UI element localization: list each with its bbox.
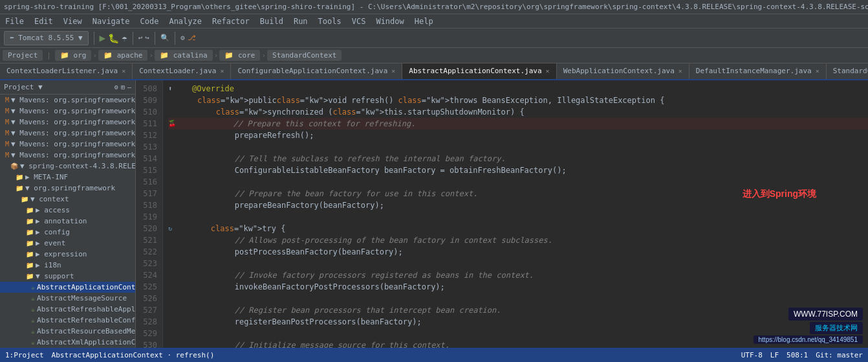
tree-item[interactable]: ☕ AbstractRefreshableConfigApplicationCo… — [0, 315, 135, 326]
toolbar-separator — [94, 32, 94, 45]
editor-tab-AbstractApplicationContext-java[interactable]: AbstractApplicationContext.java ✕ — [402, 63, 556, 79]
menu-item-code[interactable]: Code — [135, 16, 164, 27]
core-tab[interactable]: 📁 core — [219, 50, 260, 61]
file-tabs-row: Project | 📁 org › 📁 apache › 📁 catalina … — [0, 48, 868, 63]
tree-item[interactable]: 📁 ▼ context — [0, 194, 135, 205]
code-line-525: invokeBeanFactoryPostProcessors(beanFact… — [168, 281, 868, 293]
tree-item[interactable]: 📦 ▼ spring-context-4.3.8.RELEASE.jar lib… — [0, 161, 135, 172]
org-tab[interactable]: 📁 org — [55, 50, 92, 61]
standard-context-tab[interactable]: StandardContext — [267, 50, 342, 61]
tree-item[interactable]: 📁 ▶ annotation — [0, 216, 135, 227]
editor-tab-WebApplicationContext-java[interactable]: WebApplicationContext.java ✕ — [557, 63, 689, 79]
menu-item-tools[interactable]: Tools — [313, 16, 347, 27]
code-line-511: 🍒 // Prepare this context for refreshing… — [168, 118, 868, 130]
title-bar: spring-shiro-training [F:\001_20200313_P… — [0, 0, 868, 14]
cherry-icon: 🍒 — [168, 118, 176, 130]
gear-icon[interactable]: ⚙ — [114, 84, 118, 91]
tree-item[interactable]: 📁 ▶ access — [0, 205, 135, 216]
tree-item[interactable]: M ▼ Mavens: org.springframework:spring-a… — [0, 128, 135, 139]
apache-tab[interactable]: 📁 apache — [98, 50, 147, 61]
editor-tab-DefaultInstanceManager-java[interactable]: DefaultInstanceManager.java ✕ — [689, 63, 827, 79]
line-numbers: 5085095105115125135145155165175185195205… — [136, 80, 163, 362]
tree-item[interactable]: ☕ AbstractApplicationContext — [0, 282, 135, 293]
tree-item[interactable]: 📁 ▶ META-INF — [0, 172, 135, 183]
code-line-515: ConfigurableListableBeanFactory beanFact… — [168, 164, 868, 176]
menu-item-edit[interactable]: Edit — [29, 16, 58, 27]
code-line-510: class="kw">synchronized (class="kw">this… — [168, 106, 868, 118]
code-line-523 — [168, 258, 868, 269]
code-line-518: prepareBeanFactory(beanFactory); — [168, 199, 868, 211]
code-line-516 — [168, 176, 868, 188]
tree-item[interactable]: M ▼ Mavens: org.springframework:spring-c… — [0, 150, 135, 161]
menu-item-vcs[interactable]: VCS — [347, 16, 371, 27]
run-button[interactable]: ▶ — [100, 32, 106, 44]
menu-item-help[interactable]: Help — [409, 16, 439, 27]
menu-item-file[interactable]: File — [0, 16, 29, 27]
tree-item[interactable]: ☕ AbstractRefreshableApplicationContext — [0, 304, 135, 315]
tools-button[interactable]: ⚙ — [180, 34, 185, 42]
menu-item-view[interactable]: View — [58, 16, 87, 27]
tomcat-button[interactable]: ⬅ Tomcat 8.5.55 ▼ — [4, 31, 89, 45]
title-text: spring-shiro-training [F:\001_20200313_P… — [4, 3, 868, 11]
tree-item[interactable]: M ▼ Mavens: org.springframework:spring-b… — [0, 139, 135, 150]
editor-tabs: ContextLoaderListener.java ✕ContextLoade… — [0, 63, 868, 80]
tree-item[interactable]: 📁 ▶ event — [0, 238, 135, 249]
toolbar-separator-3 — [155, 32, 155, 45]
watermark-top: WWW.77ISP.COM — [788, 308, 863, 321]
status-encoding: UTF-8 — [741, 351, 763, 359]
coverage-button[interactable]: ☂ — [122, 33, 127, 43]
project-header: Project ▼ ⚙ ⊞ — — [0, 80, 135, 95]
tree-item[interactable]: M ▼ Mavens: org.springframework.data:spr… — [0, 95, 135, 106]
code-line-520: ↻ class="kw">try { — [168, 223, 868, 234]
main-layout: Project ▼ ⚙ ⊞ — M ▼ Mavens: org.springfr… — [0, 80, 868, 362]
code-line-517: // Prepare the bean factory for use in t… — [168, 188, 868, 199]
tree-item[interactable]: 📁 ▶ expression — [0, 249, 135, 260]
toolbar-separator-2 — [133, 32, 133, 45]
code-line-519 — [168, 211, 868, 223]
editor-tab-StandardContext-java[interactable]: StandardContext.java ✕ — [827, 63, 868, 79]
tree-item[interactable]: M ▼ Mavens: org.springframework:spring-a… — [0, 117, 135, 128]
status-git: Git: master — [816, 351, 863, 359]
project-tab[interactable]: Project — [3, 50, 43, 61]
toolbar: ⬅ Tomcat 8.5.55 ▼ ▶ 🐛 ☂ ↩ ↪ 🔍 ⚙ ⎇ — [0, 28, 868, 48]
tree-item[interactable]: 📁 ▼ support — [0, 271, 135, 282]
menu-item-analyze[interactable]: Analyze — [164, 16, 207, 27]
chinese-annotation: 进入到Spring环境 — [743, 188, 816, 199]
tree-item[interactable]: ☕ AbstractXmlApplicationContext — [0, 337, 135, 348]
tree-item[interactable]: ☕ AbstractMessageSource — [0, 293, 135, 304]
collapse-icon[interactable]: — — [127, 84, 131, 91]
editor-tab-ContextLoaderListener-java[interactable]: ContextLoaderListener.java ✕ — [0, 63, 133, 79]
vcs-button[interactable]: ⎇ — [188, 34, 196, 42]
tree-item[interactable]: 📁 ▼ org.springframework — [0, 183, 135, 194]
editor-tab-ContextLoader-java[interactable]: ContextLoader.java ✕ — [133, 63, 231, 79]
menu-item-refactor[interactable]: Refactor — [207, 16, 255, 27]
code-line-512: prepareRefresh(); — [168, 130, 868, 141]
code-line-514: // Tell the subclass to refresh the inte… — [168, 153, 868, 164]
tree-item[interactable]: ☕ AbstractResourceBasedMessageSource — [0, 326, 135, 337]
search-button[interactable]: 🔍 — [160, 34, 169, 42]
watermark-container: WWW.77ISP.COM 服务器技术网 https://blog.csdn.n… — [754, 308, 863, 344]
project-label: Project ▼ — [4, 83, 43, 91]
status-project: 1:Project — [5, 351, 44, 359]
code-line-522: postProcessBeanFactory(beanFactory); — [168, 246, 868, 258]
undo-button[interactable]: ↩ — [138, 34, 143, 42]
code-line-526 — [168, 293, 868, 304]
catalina-tab[interactable]: 📁 catalina — [155, 50, 213, 61]
status-line-ending: LF — [770, 351, 779, 359]
status-context: AbstractApplicationContext · refresh() — [52, 351, 215, 359]
redo-button[interactable]: ↪ — [145, 34, 149, 42]
menu-item-window[interactable]: Window — [371, 16, 409, 27]
menu-item-navigate[interactable]: Navigate — [87, 16, 135, 27]
tomcat-label: ⬅ Tomcat 8.5.55 ▼ — [10, 34, 83, 42]
code-line-513 — [168, 141, 868, 153]
tree-item[interactable]: 📁 ▶ i18n — [0, 260, 135, 271]
debug-button[interactable]: 🐛 — [108, 33, 119, 43]
editor-tab-ConfigurableApplicationContext-java[interactable]: ConfigurableApplicationContext.java ✕ — [231, 63, 402, 79]
expand-icon[interactable]: ⊞ — [121, 84, 125, 91]
tree-item[interactable]: 📁 ▶ config — [0, 227, 135, 238]
menu-item-build[interactable]: Build — [255, 16, 288, 27]
tree-item[interactable]: M ▼ Mavens: org.springframework.data:spr… — [0, 106, 135, 117]
recursive-icon: ↻ — [168, 223, 172, 234]
menu-item-run[interactable]: Run — [288, 16, 313, 27]
status-bar: 1:Project AbstractApplicationContext · r… — [0, 348, 868, 362]
